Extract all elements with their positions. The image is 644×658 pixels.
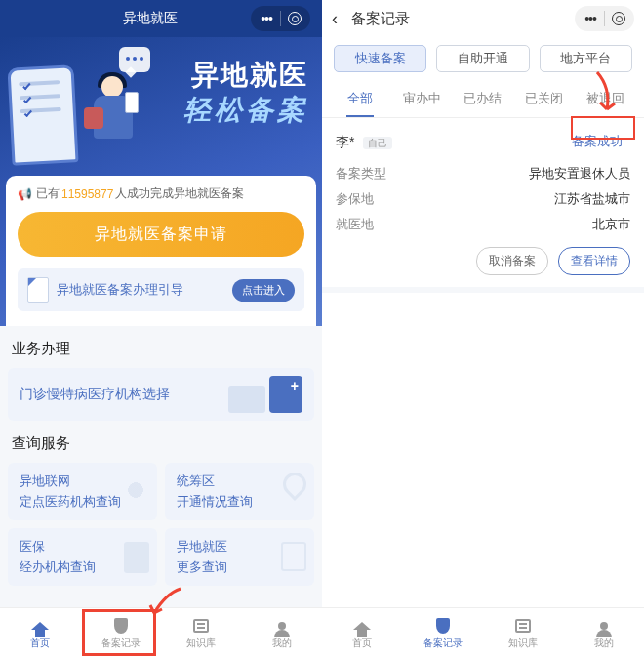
user-icon xyxy=(278,622,286,630)
filter-done[interactable]: 已办结 xyxy=(453,80,514,117)
tabbar: 首页 备案记录 知识库 我的 xyxy=(322,607,644,658)
banner-illustration xyxy=(4,45,160,172)
business-card[interactable]: 门诊慢特病医疗机构选择 xyxy=(8,368,314,421)
query-card-network[interactable]: 异地联网 定点医药机构查询 xyxy=(8,463,157,520)
main-scroll: 异地就医 轻松备案 📢 已有 11595877 人成功完成异地就医备案 异地就医… xyxy=(0,37,322,607)
counter-value: 11595877 xyxy=(61,187,113,201)
document-icon xyxy=(27,277,49,303)
close-miniapp-icon[interactable] xyxy=(283,7,306,30)
record-name: 李* xyxy=(336,134,354,149)
book-icon xyxy=(193,619,209,633)
filter-all[interactable]: 全部 xyxy=(330,80,391,117)
query-card-insurance[interactable]: 医保 经办机构查询 xyxy=(8,528,157,586)
section-title-business: 业务办理 xyxy=(0,326,322,368)
list-icon xyxy=(281,542,306,571)
record-relation: 自己 xyxy=(363,137,392,149)
chip-quick[interactable]: 快速备案 xyxy=(334,45,426,72)
cancel-record-button[interactable]: 取消备案 xyxy=(476,247,548,275)
chip-local[interactable]: 地方平台 xyxy=(540,45,632,72)
shield-icon xyxy=(436,618,450,634)
filter-closed[interactable]: 已关闭 xyxy=(513,80,575,117)
tab-records[interactable]: 备案记录 xyxy=(403,608,484,658)
field-medical: 就医地 北京市 xyxy=(336,216,630,233)
miniapp-capsule[interactable] xyxy=(251,6,310,31)
query-grid: 异地联网 定点医药机构查询 统筹区 开通情况查询 医保 经办机构查询 异地就医 … xyxy=(0,463,322,586)
miniapp-capsule[interactable] xyxy=(575,6,634,31)
hero-banner: 异地就医 轻松备案 📢 已有 11595877 人成功完成异地就医备案 异地就医… xyxy=(0,37,322,326)
user-icon xyxy=(600,622,608,630)
query-card-region[interactable]: 统筹区 开通情况查询 xyxy=(165,463,314,520)
field-type: 备案类型 异地安置退休人员 xyxy=(336,165,630,183)
page-title: 备案记录 xyxy=(351,10,410,28)
folder-icon xyxy=(124,542,149,573)
shield-icon xyxy=(114,618,128,634)
phone-right: ‹ 备案记录 快速备案 自助开通 地方平台 全部 审办中 已办结 已关闭 被退回… xyxy=(322,0,644,658)
annotation-arrow xyxy=(587,70,623,115)
guide-row[interactable]: 异地就医备案办理引导 点击进入 xyxy=(18,268,304,311)
tab-home[interactable]: 首页 xyxy=(322,608,403,658)
page-title: 异地就医 xyxy=(49,10,251,27)
header: 异地就医 xyxy=(0,0,322,37)
header: ‹ 备案记录 xyxy=(322,0,644,37)
close-miniapp-icon[interactable] xyxy=(607,7,630,30)
guide-enter-button[interactable]: 点击进入 xyxy=(232,279,295,302)
hospital-icon xyxy=(269,376,302,413)
tab-mine[interactable]: 我的 xyxy=(564,608,645,658)
guide-label: 异地就医备案办理引导 xyxy=(57,281,232,299)
field-insured: 参保地 江苏省盐城市 xyxy=(336,190,630,208)
annotation-arrow xyxy=(146,584,185,623)
tab-mine[interactable]: 我的 xyxy=(242,608,323,658)
counter-text: 📢 已有 11595877 人成功完成异地就医备案 xyxy=(18,185,304,202)
tab-home[interactable]: 首页 xyxy=(0,608,81,658)
more-icon[interactable] xyxy=(255,7,278,30)
home-icon xyxy=(353,622,371,630)
record-card: 李* 自己 备案成功 备案类型 异地安置退休人员 参保地 江苏省盐城市 就医地 … xyxy=(322,118,644,293)
banner-card: 📢 已有 11595877 人成功完成异地就医备案 异地就医备案申请 异地就医备… xyxy=(6,176,316,326)
phone-left: 异地就医 异地就医 轻松备案 📢 已有 11595877 人成功完成异地就医备案 xyxy=(0,0,322,658)
record-status: 备案成功 xyxy=(564,130,630,153)
book-icon xyxy=(515,619,531,633)
query-card-more[interactable]: 异地就医 更多查询 xyxy=(165,528,314,586)
view-detail-button[interactable]: 查看详情 xyxy=(558,247,630,275)
chip-self[interactable]: 自助开通 xyxy=(436,45,529,72)
tab-knowledge[interactable]: 知识库 xyxy=(483,608,564,658)
home-icon xyxy=(31,622,49,630)
apply-button[interactable]: 异地就医备案申请 xyxy=(18,212,304,257)
more-icon[interactable] xyxy=(579,7,602,30)
speaker-icon: 📢 xyxy=(18,187,32,201)
pill-icon xyxy=(118,473,153,508)
banner-title: 异地就医 xyxy=(191,57,308,94)
banner-subtitle: 轻松备案 xyxy=(183,92,308,129)
section-title-query: 查询服务 xyxy=(0,421,322,463)
back-icon[interactable]: ‹ xyxy=(332,9,351,29)
filter-processing[interactable]: 审办中 xyxy=(391,80,453,117)
